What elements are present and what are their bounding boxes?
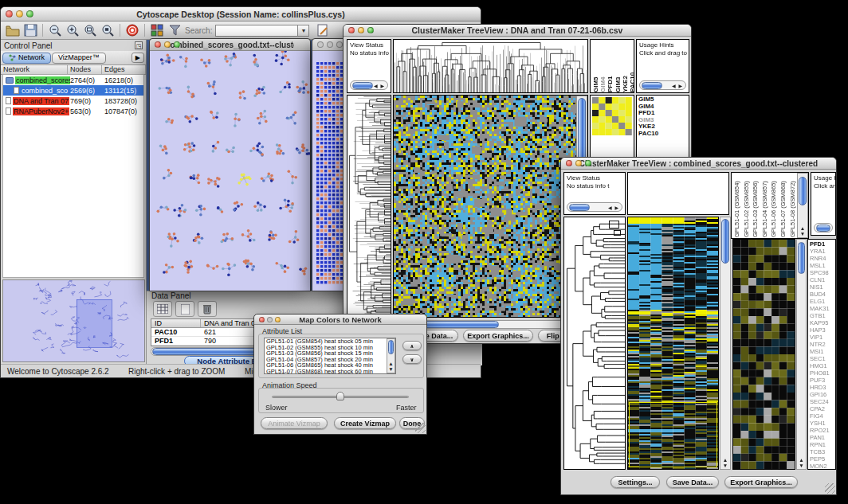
create-vizmap-button[interactable]: Create Vizmap — [334, 417, 396, 429]
labels-vscrollbar[interactable]: ▲▼ — [797, 173, 808, 238]
zoom-button[interactable] — [174, 41, 180, 48]
gene-label[interactable]: NIS1 — [808, 283, 835, 291]
network-overview-panel[interactable] — [2, 279, 145, 362]
scrollbar-thumb[interactable] — [721, 219, 729, 264]
row-dendrogram-panel[interactable] — [347, 95, 391, 318]
gene-label[interactable]: YRA1 — [808, 248, 835, 255]
row-dendrogram-2[interactable] — [564, 217, 625, 469]
treeview1-titlebar[interactable]: ClusterMaker TreeView : DNA and Tran 07-… — [344, 25, 691, 37]
dialog-titlebar[interactable]: Map Colors to Network — [254, 315, 426, 325]
gene-label[interactable]: ELG1 — [808, 298, 835, 305]
gene-label[interactable]: PHO81 — [808, 369, 835, 377]
mini-heatmap[interactable] — [592, 97, 632, 135]
gene-label[interactable]: RNR4 — [808, 255, 835, 262]
column-label[interactable]: GIM3 — [614, 40, 622, 92]
attribute-table-icon[interactable] — [153, 301, 172, 317]
column-label[interactable]: GPL51-04 (GSM857) — [761, 174, 771, 237]
close-button[interactable] — [317, 41, 324, 48]
gene-label[interactable]: NTR2 — [808, 341, 835, 348]
scroll-arrows-icon[interactable]: ▲▼ — [797, 457, 806, 468]
save-session-icon[interactable] — [22, 23, 39, 38]
id-column-header[interactable]: ID — [151, 319, 201, 327]
search-input[interactable] — [215, 25, 298, 37]
column-label[interactable]: GPL51-01 (GSM854) — [733, 174, 743, 237]
float-panel-icon[interactable]: ◳ — [135, 41, 143, 49]
column-label[interactable]: PFD1 — [607, 40, 614, 92]
help-lifering-icon[interactable] — [124, 23, 141, 38]
zoom-selected-icon[interactable] — [81, 23, 99, 38]
move-down-button[interactable]: ∨ — [402, 354, 422, 364]
heatmap-panel[interactable]: ▲▼ — [393, 95, 588, 318]
gene-label[interactable]: PAN1 — [808, 434, 835, 441]
gene-label[interactable]: MSI1 — [808, 348, 835, 355]
list-vscrollbar[interactable]: ▲▼ — [387, 338, 395, 373]
scrollbar-thumb[interactable] — [642, 82, 662, 89]
close-button[interactable] — [348, 27, 355, 33]
gene-label[interactable]: CPA2 — [808, 405, 835, 412]
delete-attribute-icon[interactable] — [198, 301, 217, 317]
heatmap-2[interactable] — [628, 217, 718, 469]
minimize-button[interactable] — [358, 27, 364, 33]
settings-button[interactable]: Settings... — [610, 476, 660, 488]
vizmapper-icon[interactable] — [148, 23, 166, 38]
scroll-arrows-icon[interactable]: ◀ ▶ — [608, 205, 622, 210]
row-dendrogram[interactable] — [347, 96, 391, 317]
gene-label[interactable]: TCB3 — [808, 448, 835, 455]
move-up-button[interactable]: ∧ — [402, 341, 422, 350]
save-data-button[interactable]: Save Data... — [666, 476, 719, 488]
panel-scrollbar[interactable]: ◀ ▶ — [567, 202, 622, 212]
column-label[interactable]: GIM5 — [592, 40, 599, 92]
scrollbar-thumb[interactable] — [798, 242, 805, 274]
close-button[interactable] — [259, 317, 265, 322]
panel-scrollbar[interactable] — [814, 223, 833, 232]
gene-label[interactable]: BUD4 — [808, 291, 835, 298]
column-label[interactable]: PAC10 — [629, 40, 634, 92]
column-dendrogram-panel[interactable] — [393, 39, 588, 93]
network-row[interactable]: combined_scores 2764(0) 16218(0) — [3, 75, 143, 85]
zoom-button[interactable] — [275, 317, 281, 322]
column-label[interactable]: GPL51-02 (GSM855) — [743, 174, 752, 237]
attribute-item[interactable]: GPL51-07 (GSM868) heat shock 60 min — [265, 369, 395, 374]
scroll-arrows-icon[interactable]: ▲▼ — [720, 457, 730, 468]
column-label[interactable]: GPL51-07 (GSM868) — [779, 174, 789, 237]
gene-label[interactable]: RPO21 — [808, 427, 835, 434]
scrollbar-thumb[interactable] — [799, 177, 807, 205]
scroll-arrows-icon[interactable]: ▲▼ — [387, 361, 395, 372]
zoom-vscrollbar[interactable]: ▲▼ — [796, 239, 807, 470]
animate-vizmap-button[interactable]: Animate Vizmap — [261, 417, 328, 429]
main-window-titlebar[interactable]: Cytoscape Desktop (Session Name: collins… — [1, 7, 481, 21]
column-label[interactable]: GPL51-06 (GSM865) — [770, 174, 779, 237]
network-overview-thumbnail[interactable] — [3, 280, 144, 361]
scroll-arrows-icon[interactable]: ◀ ▶ — [672, 83, 685, 88]
row-dendrogram-panel-2[interactable] — [563, 217, 626, 470]
gene-label[interactable]: PFD1 — [808, 240, 835, 248]
zoom-button[interactable] — [336, 41, 343, 48]
search-dropdown-icon[interactable]: ▼ — [298, 25, 309, 37]
scrollbar-thumb[interactable] — [569, 204, 590, 211]
gene-label[interactable]: PEP5 — [808, 455, 835, 463]
export-graphics-button[interactable]: Export Graphics... — [463, 330, 533, 342]
close-button[interactable] — [566, 160, 572, 166]
tab-network[interactable]: Network — [2, 53, 51, 64]
network-row[interactable]: RNAPuberNov2+ 563(0) 107847(0) — [3, 106, 143, 116]
network-view-titlebar[interactable]: combined_scores_good.txt--cluste... — [150, 39, 310, 51]
export-graphics-button[interactable]: Export Graphics... — [724, 476, 798, 488]
heatmap2-vscrollbar[interactable]: ▲▼ — [720, 217, 731, 470]
more-tabs-icon[interactable]: ▶ — [132, 53, 144, 63]
gene-label[interactable]: MSL1 — [808, 262, 835, 269]
network-view-canvas[interactable] — [150, 51, 310, 291]
speed-slider-thumb[interactable] — [336, 392, 344, 400]
column-dendrogram-panel-2[interactable] — [627, 172, 729, 215]
column-dendrogram[interactable] — [394, 40, 587, 92]
zoom-fit-icon[interactable] — [99, 23, 116, 38]
gene-label[interactable]: VIP1 — [808, 334, 835, 341]
gene-label[interactable]: HRD3 — [808, 384, 835, 391]
new-attribute-icon[interactable] — [175, 301, 194, 317]
zoom-out-icon[interactable] — [46, 23, 64, 38]
gene-label[interactable]: SEC24 — [808, 398, 835, 405]
open-session-icon[interactable] — [4, 23, 22, 38]
zoom-button[interactable] — [26, 10, 33, 18]
gene-label[interactable]: PUF3 — [808, 377, 835, 384]
gene-label[interactable]: MAK31 — [808, 305, 835, 312]
gene-label[interactable]: RPN1 — [808, 441, 835, 448]
